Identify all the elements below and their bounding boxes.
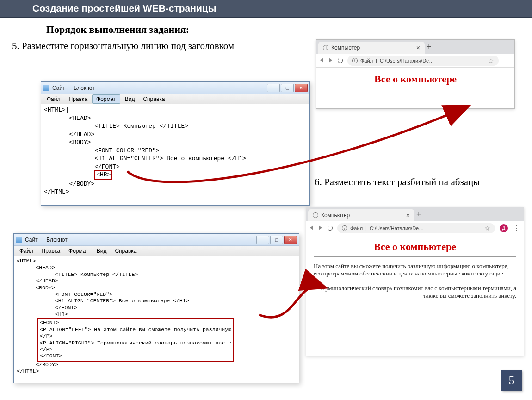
notepad-body-2[interactable]: <HTML> <HEAD> <TITLE> Компьютер </TITLE>… <box>14 256 299 376</box>
close-button[interactable]: ✕ <box>284 236 297 244</box>
new-tab-icon[interactable]: + <box>416 210 421 221</box>
avatar[interactable]: Д <box>500 224 508 232</box>
browser-tabbar: Компьютер × + <box>316 40 514 54</box>
menu-format[interactable]: Формат <box>92 94 120 104</box>
hr-line-2 <box>314 256 516 257</box>
menu-icon[interactable]: ⋮ <box>503 56 511 65</box>
browser-content-2: Все о компьютере На этом сайте вы сможет… <box>306 235 524 305</box>
browser-tabbar-2: Компьютер × + <box>306 207 524 221</box>
font-block-highlight: <FONT> <P ALIGN="LEFT"> На этом сайте вы… <box>37 318 234 361</box>
close-tab-icon[interactable]: × <box>406 212 410 219</box>
browser-content: Все о компьютере <box>316 68 514 100</box>
notepad-menubar: Файл Правка Формат Вид Справка <box>41 94 309 104</box>
hr-line <box>324 89 507 89</box>
browser-1: Компьютер × + i Файл | C:/Users/Наталия/… <box>316 39 515 109</box>
minimize-button[interactable]: — <box>256 236 269 244</box>
info-icon: i <box>342 225 347 231</box>
page-heading-2: Все о компьютере <box>314 241 516 253</box>
url-field-2[interactable]: i Файл | C:/Users/Наталия/De… ☆ <box>337 223 495 233</box>
menu-view[interactable]: Вид <box>93 247 111 255</box>
notepad-title: Сайт — Блокнот <box>52 85 95 91</box>
maximize-button[interactable]: ▢ <box>270 236 283 244</box>
page-number: 5 <box>501 370 522 391</box>
menu-edit[interactable]: Правка <box>38 247 64 255</box>
notepad-menubar-2: Файл Правка Формат Вид Справка <box>14 246 299 256</box>
new-tab-icon[interactable]: + <box>427 42 432 54</box>
close-tab-icon[interactable]: × <box>416 44 420 51</box>
globe-icon <box>313 212 318 218</box>
menu-view[interactable]: Вид <box>121 95 139 103</box>
notepad-title-2: Сайт — Блокнот <box>25 237 68 243</box>
subtitle: Порядок выполнения задания: <box>0 18 532 39</box>
forward-icon[interactable] <box>329 58 332 62</box>
step5-text: 5. Разместите горизонтальную линию под з… <box>0 39 305 52</box>
page-heading: Все о компьютере <box>324 73 507 85</box>
menu-file[interactable]: Файл <box>43 95 64 103</box>
slide-header: Создание простейшей WEB-страницы <box>0 0 532 18</box>
browser-tab-2[interactable]: Компьютер × <box>308 209 414 221</box>
notepad-titlebar-2: Сайт — Блокнот — ▢ ✕ <box>14 234 299 246</box>
globe-icon <box>323 45 328 50</box>
menu-help[interactable]: Справка <box>139 95 168 103</box>
back-icon[interactable] <box>320 58 323 62</box>
close-button[interactable]: ✕ <box>295 84 308 92</box>
minimize-button[interactable]: — <box>267 84 280 92</box>
hr-highlight: <HR> <box>94 170 112 180</box>
notepad-icon <box>16 237 22 243</box>
back-icon[interactable] <box>310 225 313 230</box>
browser-tab[interactable]: Компьютер × <box>318 42 425 54</box>
browser-addressbar: i Файл | C:/Users/Наталия/De… ☆ ⋮ <box>316 54 514 68</box>
maximize-button[interactable]: ▢ <box>281 84 294 92</box>
menu-format[interactable]: Формат <box>65 247 92 255</box>
url-field[interactable]: i Файл | C:/Users/Наталия/De… ☆ <box>347 56 499 66</box>
notepad-top: Сайт — Блокнот — ▢ ✕ Файл Правка Формат … <box>41 81 310 206</box>
star-icon[interactable]: ☆ <box>488 57 494 64</box>
browser-2: Компьютер × + i Файл | C:/Users/Наталия/… <box>306 207 524 356</box>
menu-icon[interactable]: ⋮ <box>513 224 520 232</box>
forward-icon[interactable] <box>319 225 322 230</box>
star-icon[interactable]: ☆ <box>484 225 490 232</box>
info-icon: i <box>352 58 358 63</box>
reload-icon[interactable] <box>328 225 333 231</box>
notepad-body[interactable]: <HTML>| <HEAD> <TITLE> Компьютер </TITLE… <box>41 104 309 198</box>
reload-icon[interactable] <box>338 58 343 63</box>
paragraph-right: Терминологический словарь познакомит вас… <box>314 285 516 300</box>
paragraph-left: На этом сайте вы сможете получить различ… <box>314 262 516 277</box>
notepad-bottom: Сайт — Блокнот — ▢ ✕ Файл Правка Формат … <box>13 233 299 383</box>
menu-help[interactable]: Справка <box>111 247 140 255</box>
notepad-icon <box>43 85 49 91</box>
menu-edit[interactable]: Правка <box>65 95 92 103</box>
slide-title: Создание простейшей WEB-страницы <box>32 3 217 13</box>
menu-file[interactable]: Файл <box>16 247 37 255</box>
notepad-titlebar: Сайт — Блокнот — ▢ ✕ <box>41 82 309 94</box>
browser-addressbar-2: i Файл | C:/Users/Наталия/De… ☆ Д ⋮ <box>306 221 524 235</box>
step6-text: 6. Разместить текст разбитый на абзацы <box>315 176 518 188</box>
